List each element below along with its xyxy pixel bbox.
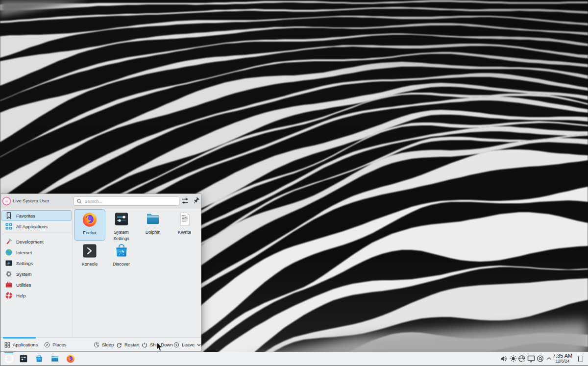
svg-text:w: w — [5, 199, 8, 203]
svg-text:0: 0 — [523, 358, 525, 362]
